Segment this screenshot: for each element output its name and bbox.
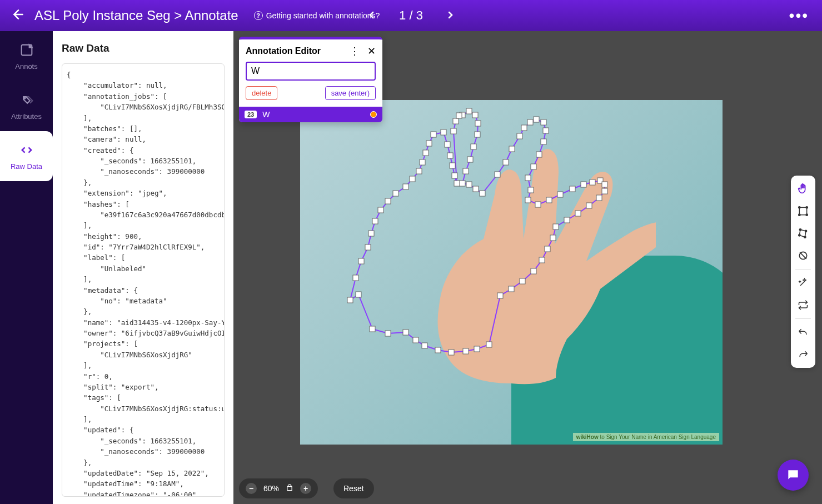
- app-header: ASL Poly Instance Seg > Annotate ? Getti…: [0, 0, 822, 31]
- svg-rect-17: [517, 133, 522, 139]
- svg-rect-50: [486, 342, 492, 347]
- svg-point-88: [806, 207, 808, 208]
- help-text: Getting started with annotations?: [266, 11, 380, 20]
- svg-rect-80: [450, 163, 455, 168]
- svg-rect-37: [602, 188, 607, 194]
- image-watermark: wikiHow to Sign Your Name in American Si…: [573, 433, 719, 441]
- svg-rect-26: [525, 175, 531, 181]
- svg-point-91: [799, 229, 801, 231]
- svg-rect-57: [403, 330, 408, 335]
- question-icon: ?: [254, 11, 263, 20]
- svg-rect-45: [539, 257, 545, 263]
- pager-text: 1 / 3: [399, 8, 423, 23]
- svg-rect-14: [495, 172, 500, 177]
- svg-rect-12: [473, 186, 479, 192]
- help-link[interactable]: ? Getting started with annotations?: [254, 11, 380, 20]
- svg-rect-38: [596, 195, 602, 201]
- annotated-image[interactable]: wikiHow to Sign Your Name in American Si…: [300, 100, 723, 445]
- svg-rect-64: [365, 244, 371, 250]
- annotation-tag-row[interactable]: 23 W: [239, 107, 382, 122]
- raw-json-display[interactable]: { "accumulator": null, "annotation_jobs"…: [62, 63, 225, 497]
- repeat-tool-icon[interactable]: [793, 295, 813, 315]
- svg-rect-46: [531, 268, 536, 274]
- magic-tool-icon[interactable]: [793, 273, 813, 293]
- editor-menu-icon[interactable]: ⋮: [350, 45, 360, 57]
- svg-rect-58: [385, 331, 391, 336]
- svg-rect-74: [423, 150, 429, 156]
- zoom-in-button[interactable]: +: [300, 483, 311, 494]
- svg-rect-43: [550, 235, 556, 241]
- svg-rect-60: [356, 292, 361, 297]
- svg-rect-44: [545, 246, 550, 252]
- reset-button[interactable]: Reset: [333, 478, 374, 498]
- polygon-vertices[interactable]: [347, 108, 607, 355]
- svg-point-89: [799, 214, 800, 216]
- save-button[interactable]: save (enter): [325, 86, 376, 100]
- page-title: ASL Poly Instance Seg > Annotate: [34, 8, 238, 23]
- zoom-out-button[interactable]: −: [246, 483, 257, 494]
- polygon-overlay[interactable]: [300, 100, 723, 445]
- svg-rect-78: [445, 142, 450, 147]
- svg-rect-82: [454, 181, 460, 186]
- right-toolbar: [791, 176, 815, 368]
- svg-point-90: [806, 214, 808, 216]
- svg-rect-65: [368, 231, 374, 236]
- raw-data-panel: Raw Data { "accumulator": null, "annotat…: [53, 31, 233, 504]
- svg-rect-25: [531, 164, 536, 169]
- svg-rect-31: [557, 192, 563, 197]
- svg-rect-4: [472, 112, 478, 118]
- redo-icon[interactable]: [793, 345, 813, 365]
- svg-rect-48: [509, 286, 514, 292]
- chat-fab[interactable]: [778, 460, 809, 491]
- polygon-path[interactable]: [350, 111, 605, 352]
- svg-point-1: [24, 97, 25, 98]
- zoom-controls: − 60% +: [239, 478, 318, 498]
- svg-rect-76: [431, 132, 436, 137]
- svg-rect-10: [460, 181, 465, 186]
- svg-rect-52: [463, 348, 469, 354]
- svg-rect-13: [480, 191, 485, 196]
- svg-rect-5: [475, 121, 481, 126]
- smart-poly-tool-icon[interactable]: [793, 246, 813, 266]
- svg-rect-16: [509, 146, 515, 152]
- left-sidebar: Annots Attributes Raw Data: [0, 31, 53, 504]
- svg-point-92: [805, 230, 806, 232]
- bbox-tool-icon[interactable]: [793, 201, 813, 221]
- next-icon[interactable]: [445, 7, 456, 24]
- delete-button[interactable]: delete: [246, 86, 277, 100]
- svg-rect-83: [451, 128, 456, 134]
- svg-rect-53: [449, 350, 454, 355]
- svg-rect-70: [403, 184, 408, 189]
- svg-rect-71: [410, 176, 415, 182]
- sidebar-item-attributes[interactable]: Attributes: [0, 81, 53, 131]
- hand-tool-icon[interactable]: [793, 179, 813, 199]
- svg-rect-28: [525, 197, 531, 203]
- svg-rect-11: [466, 182, 472, 187]
- svg-rect-32: [570, 186, 575, 192]
- prev-icon[interactable]: [366, 7, 377, 24]
- svg-rect-75: [426, 141, 432, 146]
- svg-rect-67: [378, 207, 383, 213]
- canvas-area: wikiHow to Sign Your Name in American Si…: [233, 31, 822, 504]
- svg-rect-39: [586, 203, 592, 208]
- svg-rect-47: [520, 278, 525, 284]
- lock-icon[interactable]: [286, 484, 293, 493]
- back-icon[interactable]: [11, 7, 26, 24]
- more-options-icon[interactable]: •••: [789, 7, 809, 24]
- polygon-tool-icon[interactable]: [793, 223, 813, 243]
- svg-rect-72: [416, 168, 422, 174]
- undo-icon[interactable]: [793, 322, 813, 342]
- svg-point-94: [799, 234, 800, 236]
- class-input[interactable]: [246, 62, 376, 81]
- svg-rect-62: [353, 275, 358, 281]
- sidebar-item-rawdata[interactable]: Raw Data: [0, 131, 53, 181]
- tag-badge: 23: [245, 111, 257, 118]
- sidebar-item-annots[interactable]: Annots: [0, 31, 53, 81]
- svg-rect-41: [564, 217, 570, 223]
- svg-rect-15: [503, 159, 509, 165]
- svg-rect-27: [528, 187, 534, 193]
- close-icon[interactable]: ✕: [367, 45, 376, 57]
- svg-rect-55: [422, 343, 427, 348]
- zoom-level: 60%: [263, 484, 279, 493]
- svg-rect-3: [466, 108, 472, 114]
